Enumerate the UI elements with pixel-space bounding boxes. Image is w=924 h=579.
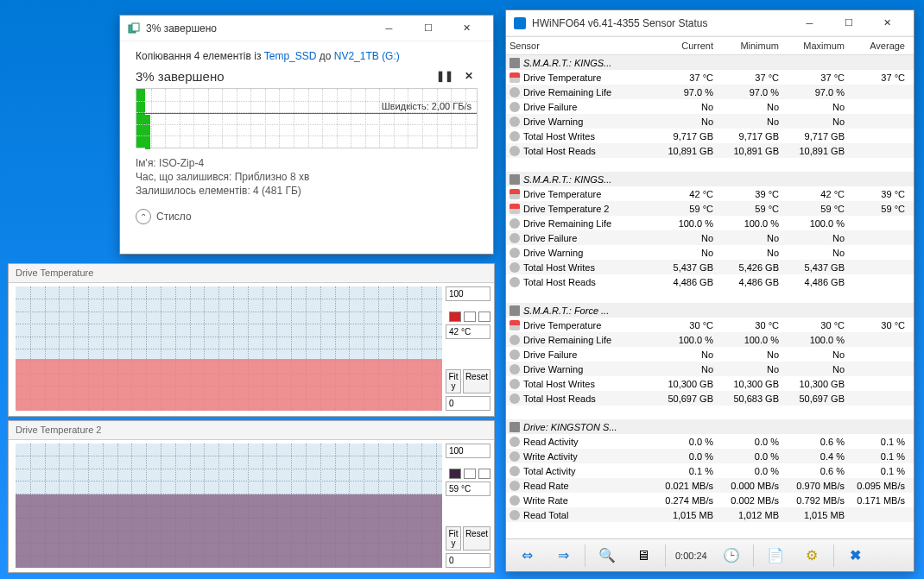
sensor-group[interactable]: Drive: KINGSTON S...: [506, 419, 914, 434]
close-button[interactable]: ✕: [447, 16, 486, 41]
src-link[interactable]: Temp_SSD: [264, 50, 317, 62]
circle-icon: [509, 248, 520, 258]
temp2-fit[interactable]: Fit y: [446, 526, 461, 551]
sensor-row[interactable]: Drive WarningNoNoNo: [506, 362, 914, 376]
sensor-group[interactable]: S.M.A.R.T.: KINGS...: [506, 55, 914, 70]
sensor-row[interactable]: Write Activity0.0 %0.0 %0.4 %0.1 %: [506, 449, 914, 463]
nav-fwd-button[interactable]: ⇒: [546, 542, 580, 570]
temp2-chart: [16, 444, 442, 568]
circle-icon: [509, 437, 520, 447]
copy-icon: [127, 22, 141, 35]
sensor-row[interactable]: Read Rate0.021 MB/s0.000 MB/s0.970 MB/s0…: [506, 478, 914, 493]
hwi-title: HWiNFO64 v6.41-4355 Sensor Status: [532, 17, 790, 29]
net-button[interactable]: 🖥: [626, 542, 661, 570]
circle-icon: [509, 364, 520, 374]
sensor-row[interactable]: Drive WarningNoNoNo: [506, 245, 914, 260]
hwi-minimize[interactable]: ─: [790, 11, 829, 35]
copy-titlebar[interactable]: 3% завершено ─ ☐ ✕: [120, 16, 493, 41]
hwi-close[interactable]: ✕: [868, 11, 907, 35]
drive-icon: [509, 422, 520, 432]
temp1-title: Drive Temperature: [9, 264, 494, 283]
sensor-group[interactable]: S.M.A.R.T.: Force ...: [506, 303, 914, 318]
temp2-value: 59 °C: [446, 481, 490, 496]
temp1-reset[interactable]: Reset: [463, 369, 490, 393]
sensor-row[interactable]: Read Total1,015 MB1,012 MB1,015 MB: [506, 507, 914, 522]
sensor-row[interactable]: Total Host Reads10,891 GB10,891 GB10,891…: [506, 143, 914, 158]
settings-button[interactable]: ⚙: [794, 542, 829, 570]
circle-icon: [509, 116, 520, 127]
sensor-row[interactable]: Drive WarningNoNoNo: [506, 114, 914, 129]
temp2-title: Drive Temperature 2: [9, 421, 494, 440]
temp1-chart: [16, 286, 442, 411]
temp-panel-2: Drive Temperature 2 100 59 °C Fit y Rese…: [8, 420, 495, 573]
sensor-row[interactable]: Drive FailureNoNoNo: [506, 347, 914, 362]
log-button[interactable]: 📄: [758, 542, 793, 570]
circle-icon: [509, 466, 520, 476]
circle-icon: [509, 277, 520, 287]
temp2-swatches: [446, 469, 490, 479]
hwi-titlebar[interactable]: HWiNFO64 v6.41-4355 Sensor Status ─ ☐ ✕: [506, 10, 914, 36]
temp1-value: 42 °C: [446, 324, 490, 339]
hwi-table[interactable]: S.M.A.R.T.: KINGS...Drive Temperature37 …: [506, 55, 914, 538]
progress-text: 3% завершено: [136, 69, 429, 84]
sensor-row[interactable]: Total Host Reads4,486 GB4,486 GB4,486 GB: [506, 274, 914, 289]
temp1-fit[interactable]: Fit y: [446, 369, 461, 393]
hwi-toolbar: ⇔ ⇒ 🔍 🖥 0:00:24 🕒 📄 ⚙ ✖: [506, 538, 914, 571]
elapsed-time: 0:00:24: [670, 551, 712, 561]
temp2-max: 100: [446, 444, 490, 458]
circle-icon: [509, 233, 520, 243]
temp2-reset[interactable]: Reset: [463, 526, 490, 551]
temp-panel-1: Drive Temperature 100 42 °C Fit y Reset …: [8, 263, 495, 417]
pause-button[interactable]: ❚❚: [436, 67, 453, 85]
circle-icon: [509, 131, 520, 142]
sensor-row[interactable]: Drive Temperature30 °C30 °C30 °C30 °C: [506, 318, 914, 332]
hwinfo-icon: [513, 16, 527, 30]
sensor-row[interactable]: Drive Temperature42 °C39 °C42 °C39 °C: [506, 186, 914, 201]
sensor-row[interactable]: Drive Remaining Life100.0 %100.0 %100.0 …: [506, 216, 914, 230]
hwi-columns[interactable]: SensorCurrentMinimumMaximumAverage: [506, 36, 914, 55]
thermometer-icon: [509, 72, 520, 83]
hwi-maximize[interactable]: ☐: [829, 11, 868, 35]
circle-icon: [509, 379, 520, 389]
circle-icon: [509, 495, 520, 506]
sensor-row[interactable]: Total Host Reads50,697 GB50,683 GB50,697…: [506, 391, 914, 406]
temp2-min: 0: [446, 553, 490, 568]
clock-icon[interactable]: 🕒: [714, 542, 749, 570]
thermometer-icon: [509, 320, 520, 330]
copy-title: 3% завершено: [146, 22, 370, 35]
copy-details: Ім'я: ISO-Zip-4 Час, що залишився: Прибл…: [136, 157, 478, 197]
sensor-row[interactable]: Drive Remaining Life100.0 %100.0 %100.0 …: [506, 332, 914, 347]
temp1-max: 100: [446, 286, 490, 301]
sensor-row[interactable]: Total Activity0.1 %0.0 %0.6 %0.1 %: [506, 463, 914, 478]
sensor-row[interactable]: Drive Temperature37 °C37 °C37 °C37 °C: [506, 70, 914, 85]
search-button[interactable]: 🔍: [590, 542, 624, 570]
sensor-row[interactable]: Drive Temperature 259 °C59 °C59 °C59 °C: [506, 201, 914, 216]
sensor-row[interactable]: Read Activity0.0 %0.0 %0.6 %0.1 %: [506, 434, 914, 449]
maximize-button[interactable]: ☐: [408, 16, 447, 41]
svg-rect-1: [132, 23, 139, 31]
sensor-row[interactable]: Drive FailureNoNoNo: [506, 230, 914, 245]
circle-icon: [509, 393, 520, 404]
sensor-row[interactable]: Total Host Writes9,717 GB9,717 GB9,717 G…: [506, 129, 914, 143]
circle-icon: [509, 510, 520, 520]
sensor-row[interactable]: Drive FailureNoNoNo: [506, 99, 914, 114]
thermometer-icon: [509, 189, 520, 199]
minimize-button[interactable]: ─: [370, 16, 408, 41]
sensor-row[interactable]: Write Rate0.274 MB/s0.002 MB/s0.792 MB/s…: [506, 493, 914, 507]
sensor-row[interactable]: Drive Remaining Life97.0 %97.0 %97.0 %: [506, 85, 914, 99]
nav-back-button[interactable]: ⇔: [509, 542, 544, 570]
cancel-button[interactable]: ✕: [460, 67, 478, 85]
thermometer-icon: [509, 204, 520, 214]
exit-button[interactable]: ✖: [839, 542, 873, 570]
speed-chart: Швидкість: 2,00 ГБ/s: [136, 88, 478, 148]
sensor-row[interactable]: Total Host Writes10,300 GB10,300 GB10,30…: [506, 376, 914, 391]
drive-icon: [509, 305, 520, 316]
dst-link[interactable]: NV2_1TB (G:): [334, 50, 400, 62]
hwinfo-window: HWiNFO64 v6.41-4355 Sensor Status ─ ☐ ✕ …: [505, 9, 915, 572]
sensor-group[interactable]: S.M.A.R.T.: KINGS...: [506, 172, 914, 186]
chevron-up-icon: ⌃: [136, 209, 151, 224]
less-button[interactable]: ⌃ Стисло: [136, 209, 478, 224]
sensor-row[interactable]: Total Host Writes5,437 GB5,426 GB5,437 G…: [506, 260, 914, 274]
circle-icon: [509, 146, 520, 156]
circle-icon: [509, 451, 520, 462]
